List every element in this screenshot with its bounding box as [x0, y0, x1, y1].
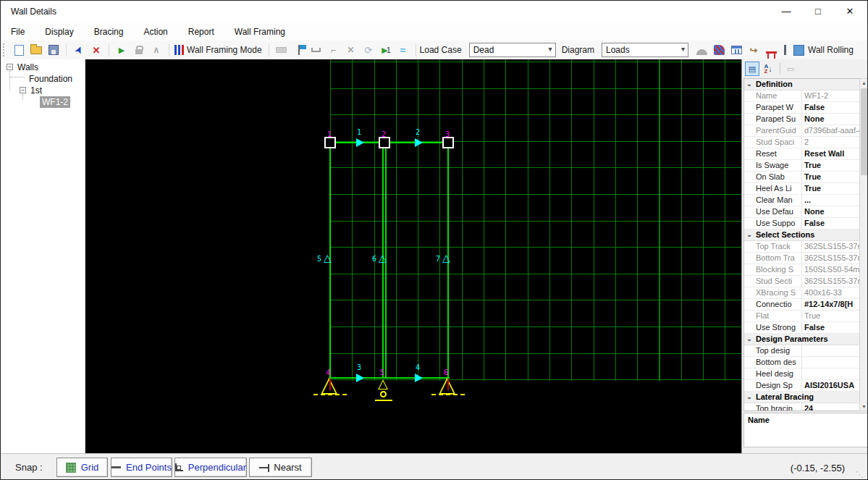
property-value[interactable]: 362SLS155-37m	[802, 253, 859, 264]
tree-collapse-icon[interactable]: −	[20, 87, 26, 93]
property-row-parapet-su[interactable]: Parapet SuNone	[744, 114, 859, 125]
property-row-heel-desig[interactable]: Heel desig	[744, 369, 859, 380]
member-arrow-icon[interactable]	[415, 138, 423, 147]
property-value[interactable]: AISI2016USA	[802, 380, 859, 391]
property-row-parentguid[interactable]: ParentGuidd7396baf-aaaf-4	[744, 125, 859, 137]
bridge-tool-button[interactable]	[763, 42, 779, 58]
menu-file[interactable]: File	[11, 24, 35, 40]
property-row-top-desig[interactable]: Top desig	[744, 345, 859, 357]
flag-tool-button[interactable]	[291, 42, 307, 58]
property-row-stud-spaci[interactable]: Stud Spaci2	[744, 137, 859, 148]
wall-rolling-label[interactable]: Wall Rolling	[808, 45, 854, 55]
property-value[interactable]: 24	[802, 403, 859, 411]
stud-bracing-icon[interactable]: △	[379, 253, 387, 263]
lock-button[interactable]	[131, 42, 147, 58]
alphabetical-sort-button[interactable]: AZ ↓	[761, 62, 775, 76]
collapse-button[interactable]: ∧	[148, 42, 164, 58]
property-category-select-sections[interactable]: ⌄Select Sections	[744, 230, 859, 241]
property-row-use-suppo[interactable]: Use SuppoFalse	[744, 218, 859, 230]
property-row-blocking-s[interactable]: Blocking S150SLS50-54mi	[744, 264, 859, 276]
property-value[interactable]: 362SLS155-37m	[802, 276, 859, 287]
refresh-button[interactable]: ⟳	[361, 42, 376, 58]
wall-framing-mode-label[interactable]: Wall Framing Mode	[187, 45, 262, 55]
bench-tool-button[interactable]	[308, 42, 324, 58]
close-button[interactable]: ✕	[834, 1, 866, 22]
property-row-top-bracin[interactable]: Top bracin24	[744, 403, 859, 411]
category-chevron-icon[interactable]: ⌄	[744, 230, 754, 240]
property-row-parapet-w[interactable]: Parapet WFalse	[744, 102, 859, 114]
curve-tool-button[interactable]: ⌐	[326, 42, 342, 58]
property-value[interactable]	[802, 357, 859, 368]
property-value[interactable]: #12-14x7/8[H	[802, 299, 859, 310]
property-value[interactable]: True	[802, 160, 859, 171]
property-value[interactable]: False	[802, 322, 859, 333]
delete-disabled-button[interactable]: ✕	[343, 42, 359, 58]
open-button[interactable]	[28, 42, 44, 58]
property-value[interactable]: ...	[802, 195, 859, 206]
property-grid-scrollbar[interactable]: ▲ ▼	[859, 78, 868, 411]
property-value[interactable]: 2	[802, 137, 859, 148]
load-case-select[interactable]: Dead ▾	[469, 43, 556, 57]
property-value[interactable]: False	[802, 218, 859, 229]
scroll-up-icon[interactable]: ▲	[860, 80, 868, 85]
menu-display[interactable]: Display	[45, 24, 83, 40]
category-chevron-icon[interactable]: ⌄	[744, 334, 754, 345]
select-button[interactable]: ➤	[71, 42, 87, 58]
member-arrow-icon[interactable]	[415, 374, 423, 382]
property-row-heel-as-li[interactable]: Heel As LiTrue	[744, 183, 859, 195]
property-row-design-sp[interactable]: Design SpAISI2016USA	[744, 380, 859, 392]
property-value[interactable]: WF1-2	[802, 90, 859, 101]
menu-bracing[interactable]: Bracing	[94, 24, 134, 40]
member-arrow-icon[interactable]	[356, 138, 364, 147]
property-row-bottom-tra[interactable]: Bottom Tra362SLS155-37m	[744, 253, 859, 264]
property-value[interactable]: 400x16-33	[802, 287, 859, 298]
property-value[interactable]: d7396baf-aaaf-4	[802, 125, 859, 136]
stud-bracing-icon[interactable]: △	[324, 253, 332, 263]
property-value[interactable]: Reset Wall	[802, 148, 859, 159]
property-row-xbracing-s[interactable]: XBracing S400x16-33	[744, 287, 859, 299]
stud-bracing-icon[interactable]: △	[442, 253, 450, 263]
property-row-clear-man[interactable]: Clear Man...	[744, 195, 859, 206]
wall-rolling-icon[interactable]	[793, 45, 804, 56]
property-value[interactable]	[802, 345, 859, 356]
shell-tool-button[interactable]	[711, 42, 727, 58]
tree-collapse-icon[interactable]: −	[7, 64, 13, 70]
property-row-is-swage[interactable]: Is SwageTrue	[744, 160, 859, 172]
property-category-design-parameters[interactable]: ⌄Design Parameters	[744, 334, 859, 345]
resize-grip[interactable]: ⋱	[856, 470, 864, 479]
property-row-name[interactable]: NameWF1-2	[744, 90, 859, 102]
scrollbar-thumb[interactable]	[861, 88, 867, 175]
property-row-use-strong[interactable]: Use StrongFalse	[744, 322, 859, 334]
category-chevron-icon[interactable]: ⌄	[744, 392, 754, 403]
property-value[interactable]: True	[802, 311, 859, 321]
property-row-reset[interactable]: ResetReset Wall	[744, 148, 859, 160]
wind-button[interactable]: ≈	[395, 42, 411, 58]
node-marker-1[interactable]	[324, 137, 336, 148]
delete-button[interactable]: ✕	[88, 42, 104, 58]
scroll-down-icon[interactable]: ▼	[860, 404, 868, 409]
snap-perpendicular-button[interactable]: Perpendicular	[174, 458, 247, 477]
property-value[interactable]: False	[802, 102, 859, 113]
member-arrow-icon[interactable]	[356, 374, 364, 382]
node-marker-3[interactable]	[442, 137, 454, 148]
category-chevron-icon[interactable]: ⌄	[744, 79, 754, 90]
maximize-button[interactable]: □	[802, 1, 834, 22]
property-value[interactable]: None	[802, 206, 859, 217]
mound-tool-button[interactable]	[694, 42, 709, 58]
property-row-stud-secti[interactable]: Stud Secti362SLS155-37m	[744, 276, 859, 287]
snap-nearest-button[interactable]: Nearst	[249, 458, 312, 477]
property-row-on-slab[interactable]: On SlabTrue	[744, 172, 859, 183]
property-row-connectio[interactable]: Connectio#12-14x7/8[H	[744, 299, 859, 311]
property-grid[interactable]: ⌄DefinitionNameWF1-2Parapet WFalseParape…	[743, 78, 860, 411]
snap-grid-button[interactable]: Grid	[56, 458, 108, 477]
minimize-button[interactable]: —	[770, 1, 802, 22]
node-marker-2[interactable]	[379, 137, 390, 148]
menu-report[interactable]: Report	[188, 24, 224, 40]
goto-button[interactable]: ▶1	[378, 42, 394, 58]
diagram-select[interactable]: Loads ▾	[602, 43, 688, 57]
save-button[interactable]	[46, 42, 62, 58]
disabled-tool-button[interactable]	[274, 42, 290, 58]
property-value[interactable]	[802, 369, 859, 379]
property-row-top-track[interactable]: Top Track362SLS155-37m	[744, 241, 859, 253]
bottom-track-line[interactable]	[329, 377, 450, 379]
